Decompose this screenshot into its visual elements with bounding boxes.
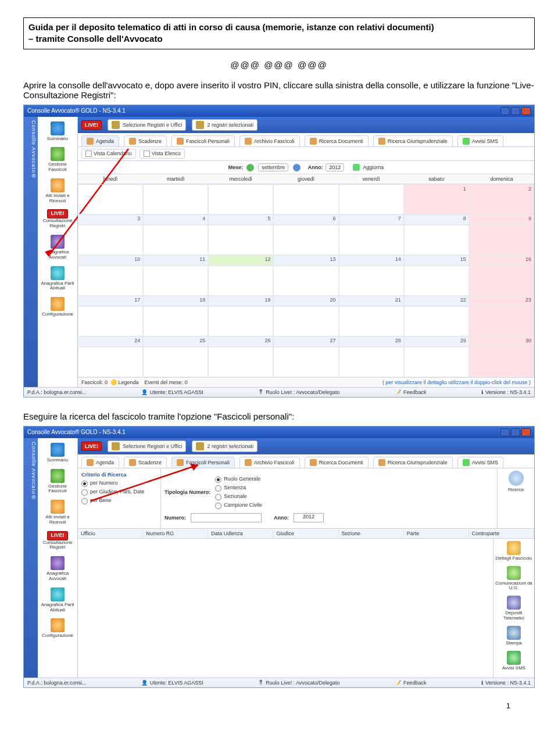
sidebar-item-anag-parti[interactable]: Anagrafica Parti Abituali — [38, 585, 77, 617]
col-numero[interactable]: Numero RG — [143, 529, 208, 538]
cal-cell[interactable]: 26 — [208, 336, 273, 347]
sidebar-item-live[interactable]: LIVE!Consultazione Registri — [38, 207, 77, 232]
cal-cell[interactable]: 7 — [339, 214, 404, 225]
month-select[interactable]: settembre — [258, 163, 288, 171]
minimize-button[interactable] — [500, 107, 510, 115]
sidebar-item-config[interactable]: Configurazione — [38, 616, 77, 642]
action-depositi[interactable]: Depositi Telematici — [495, 596, 533, 621]
cal-cell[interactable] — [143, 184, 208, 214]
anno-input[interactable]: 2012 — [294, 513, 324, 522]
cal-cell[interactable]: 9 — [469, 214, 534, 225]
cal-cell[interactable]: 30 — [469, 336, 534, 347]
tab-avvisi[interactable]: Avvisi SMS — [457, 135, 503, 146]
maximize-button-2[interactable] — [511, 428, 520, 436]
sidebar-item-anag-parti[interactable]: Anagrafica Parti Abituali — [38, 264, 77, 295]
cal-cell[interactable]: 11 — [143, 255, 208, 266]
radio-per-numero[interactable]: per Numero — [81, 480, 157, 487]
cal-cell[interactable]: 8 — [404, 214, 469, 225]
tab-avvisi[interactable]: Avvisi SMS — [457, 457, 503, 468]
tab-archivio[interactable]: Archivio Fascicoli — [239, 457, 300, 468]
cal-cell[interactable]: 2 — [469, 184, 534, 214]
sidebar-item-config[interactable]: Configurazione — [38, 295, 77, 321]
feedback-link[interactable]: 📝 Feedback — [395, 389, 427, 395]
legend-label[interactable]: Legenda — [119, 379, 139, 385]
ricerca-button[interactable]: Ricerca — [500, 487, 532, 492]
close-button-2[interactable] — [521, 428, 531, 436]
col-parte[interactable]: Parte — [404, 529, 469, 538]
radio-per-bene[interactable]: per Bene — [81, 497, 157, 504]
year-input[interactable]: 2012 — [326, 163, 344, 171]
cal-cell[interactable]: 13 — [273, 255, 338, 266]
cal-cell[interactable] — [339, 184, 404, 214]
tip-opt-sezionale[interactable]: Sezionale — [215, 493, 262, 500]
cal-cell[interactable]: 12 — [208, 255, 273, 266]
view-tab-list[interactable]: Vista Elenco — [140, 149, 185, 159]
cal-cell[interactable]: 22 — [404, 296, 469, 306]
sidebar-item-anag-avvocati[interactable]: Anagrafica Avvocati — [38, 554, 77, 585]
radio-per-giudice[interactable]: per Giudice, Parti, Date — [81, 489, 157, 496]
col-data[interactable]: Data Udienza — [208, 529, 273, 538]
minimize-button-2[interactable] — [500, 428, 510, 436]
cal-cell[interactable]: 15 — [404, 255, 469, 266]
tab-fascicoli[interactable]: Fascicoli Personali — [171, 135, 235, 146]
tab-agenda[interactable]: Agenda — [81, 135, 119, 146]
tab-ricerca-doc[interactable]: Ricerca Documenti — [305, 457, 369, 468]
sidebar-item-sommario[interactable]: Sommario — [38, 440, 77, 467]
tip-opt-sentenza[interactable]: Sentenza — [215, 485, 262, 492]
cal-cell[interactable]: 20 — [273, 296, 338, 306]
tip-opt-campione[interactable]: Campione Civile — [215, 502, 262, 509]
sidebar-item-gestione-fascicoli[interactable]: Gestione Fascicoli — [38, 467, 77, 498]
tab-giurisprudenziale[interactable]: Ricerca Giurisprudenziale — [373, 457, 453, 468]
prev-month-button[interactable] — [246, 164, 254, 171]
cal-cell[interactable]: 25 — [143, 336, 208, 347]
cal-cell[interactable] — [273, 184, 338, 214]
view-tab-calendar[interactable]: Vista Calendario — [81, 149, 136, 159]
tip-opt-ruolo[interactable]: Ruolo Generale — [215, 476, 262, 483]
cal-cell[interactable]: 18 — [143, 296, 208, 306]
cal-cell[interactable]: 29 — [404, 336, 469, 347]
refresh-button[interactable]: Aggiorna — [363, 164, 384, 170]
sidebar-item-atti[interactable]: Atti Inviati e Ricevuti — [38, 497, 77, 529]
tab-agenda[interactable]: Agenda — [81, 457, 119, 468]
cal-cell[interactable]: 19 — [208, 296, 273, 306]
tab-scadenze[interactable]: Scadenze — [124, 135, 167, 146]
numero-input[interactable] — [191, 513, 262, 522]
tab-scadenze[interactable]: Scadenze — [124, 457, 167, 468]
close-button[interactable] — [521, 107, 531, 115]
col-controparte[interactable]: Controparte — [469, 529, 534, 538]
sidebar-item-gestione-fascicoli[interactable]: Gestione Fascicoli — [38, 145, 77, 176]
cal-cell[interactable]: 14 — [339, 255, 404, 266]
maximize-button[interactable] — [511, 107, 520, 115]
sidebar-item-anag-avvocati[interactable]: Anagrafica Avvocati — [38, 232, 77, 264]
cal-cell[interactable] — [78, 184, 143, 214]
cal-cell[interactable]: 23 — [469, 296, 534, 306]
cal-cell[interactable]: 4 — [143, 214, 208, 225]
registri-selector-2[interactable]: Selezione Registri e Uffici — [108, 440, 186, 452]
cal-cell[interactable]: 1 — [404, 184, 469, 214]
action-dettagli[interactable]: Dettagli Fascicolo — [495, 541, 533, 561]
cal-cell[interactable]: 24 — [78, 336, 143, 347]
cal-cell[interactable]: 3 — [78, 214, 143, 225]
next-month-button[interactable] — [293, 164, 301, 171]
cal-cell[interactable]: 6 — [273, 214, 338, 225]
tab-archivio[interactable]: Archivio Fascicoli — [239, 135, 300, 146]
col-ufficio[interactable]: Ufficio — [78, 529, 143, 538]
cal-cell[interactable]: 10 — [78, 255, 143, 266]
registri-selector[interactable]: Selezione Registri e Uffici — [108, 119, 186, 131]
cal-cell[interactable]: 17 — [78, 296, 143, 306]
cal-cell[interactable]: 27 — [273, 336, 338, 347]
cal-cell[interactable] — [208, 184, 273, 214]
col-giudice[interactable]: Giudice — [273, 529, 338, 538]
sidebar-item-sommario[interactable]: Sommario — [38, 119, 77, 145]
cal-cell[interactable]: 5 — [208, 214, 273, 225]
tab-giurisprudenziale[interactable]: Ricerca Giurisprudenziale — [373, 135, 453, 146]
action-avvisi-sms[interactable]: Avvisi SMS — [495, 651, 533, 671]
col-sezione[interactable]: Sezione — [339, 529, 404, 538]
sidebar-item-atti[interactable]: Atti Inviati e Ricevuti — [38, 176, 77, 207]
action-stampa[interactable]: Stampa — [495, 626, 533, 646]
tab-ricerca-doc[interactable]: Ricerca Documenti — [305, 135, 369, 146]
cal-cell[interactable]: 28 — [339, 336, 404, 347]
cal-cell[interactable]: 16 — [469, 255, 534, 266]
feedback-link-2[interactable]: 📝 Feedback — [395, 680, 427, 686]
cal-cell[interactable]: 21 — [339, 296, 404, 306]
